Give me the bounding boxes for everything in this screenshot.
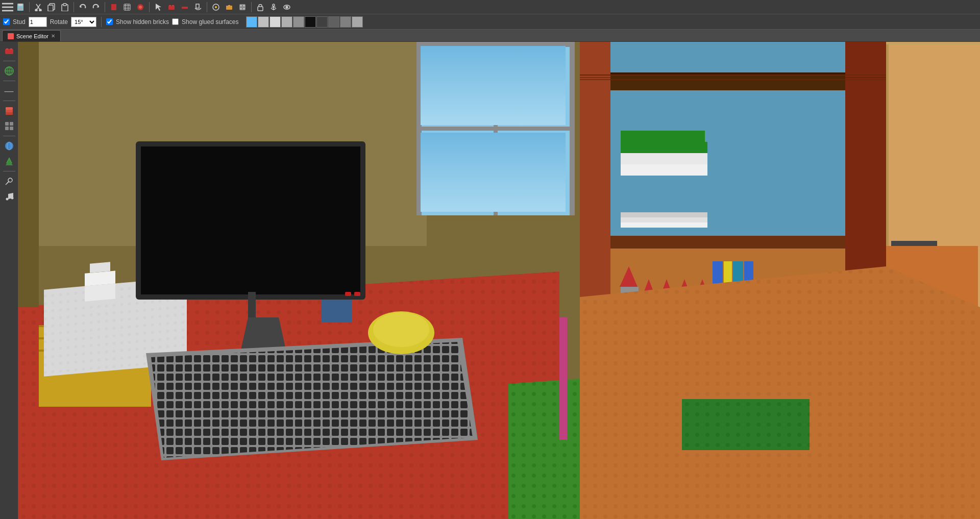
svg-rect-13 <box>63 4 66 6</box>
svg-rect-51 <box>6 107 13 110</box>
color-swatch-dark-gray[interactable] <box>293 16 304 28</box>
sidebar-sep-5 <box>3 171 15 171</box>
svg-rect-23 <box>168 6 175 10</box>
lock-button[interactable] <box>254 1 266 13</box>
hamburger-menu[interactable] <box>2 2 13 13</box>
svg-marker-167 <box>580 266 980 519</box>
color-swatches <box>246 16 363 28</box>
color-swatch-dark[interactable] <box>316 16 328 28</box>
stud-checkbox[interactable] <box>3 18 10 25</box>
svg-rect-54 <box>5 127 9 130</box>
svg-point-145 <box>373 312 429 347</box>
svg-point-35 <box>243 8 245 9</box>
scene-canvas <box>18 42 980 519</box>
menu-bar <box>0 0 980 14</box>
svg-rect-73 <box>421 46 566 125</box>
visible-button[interactable] <box>281 1 293 13</box>
svg-rect-36 <box>258 7 263 11</box>
color-swatch-light-blue[interactable] <box>246 16 257 28</box>
select-button[interactable] <box>152 1 164 13</box>
sidebar-part-grid[interactable] <box>2 119 16 133</box>
svg-rect-53 <box>10 122 13 126</box>
anchor-button[interactable] <box>267 1 280 13</box>
svg-rect-5 <box>18 8 22 10</box>
brick-tool-button[interactable] <box>165 1 178 13</box>
svg-point-64 <box>11 197 13 200</box>
color-swatch-silver[interactable] <box>352 16 363 28</box>
sidebar-sep-1 <box>3 61 15 61</box>
viewport[interactable] <box>18 42 980 519</box>
svg-rect-116 <box>18 42 39 307</box>
color-swatch-med-dark[interactable] <box>328 16 339 28</box>
svg-rect-137 <box>141 146 360 294</box>
color-swatch-light-gray[interactable] <box>258 16 269 28</box>
grid-button[interactable] <box>121 1 133 13</box>
sidebar-brick-tool[interactable] <box>2 44 16 58</box>
svg-point-61 <box>8 178 12 182</box>
show-glued-surfaces-checkbox[interactable] <box>172 18 179 25</box>
show-hidden-bricks-checkbox[interactable] <box>106 18 113 25</box>
paint-bucket-button[interactable] <box>192 1 204 13</box>
svg-rect-80 <box>610 236 845 249</box>
svg-rect-126 <box>90 262 110 273</box>
render-button[interactable] <box>134 1 146 13</box>
color-swatch-gray[interactable] <box>340 16 351 28</box>
save-button[interactable] <box>14 1 27 13</box>
show-glued-surfaces-label: Show glued surfaces <box>182 18 238 26</box>
svg-point-21 <box>139 6 142 9</box>
sidebar-sphere[interactable] <box>2 139 16 153</box>
sidebar-tools[interactable] <box>2 174 16 188</box>
parts-button[interactable] <box>236 1 249 13</box>
svg-point-8 <box>35 9 37 11</box>
copy-button[interactable] <box>45 1 58 13</box>
toolbar-sep-1 <box>101 17 102 27</box>
tab-scene-editor-icon <box>8 33 14 39</box>
svg-rect-19 <box>124 4 130 10</box>
rotate-select[interactable]: 15° <box>71 17 96 27</box>
svg-point-30 <box>228 5 230 6</box>
svg-rect-86 <box>621 164 707 176</box>
sidebar-stack[interactable] <box>2 104 16 118</box>
svg-rect-31 <box>239 4 246 10</box>
svg-rect-49 <box>6 112 13 115</box>
svg-rect-90 <box>621 223 707 228</box>
sidebar-sep-2 <box>3 81 15 81</box>
paint-button[interactable] <box>108 1 120 13</box>
color-swatch-med-gray[interactable] <box>281 16 292 28</box>
svg-point-43 <box>6 48 8 50</box>
undo-button[interactable] <box>77 1 89 13</box>
cut-button[interactable] <box>32 1 44 13</box>
tab-scene-editor-label: Scene Editor <box>16 33 48 39</box>
color-swatch-black[interactable] <box>305 16 316 28</box>
sidebar-globe[interactable] <box>2 64 16 78</box>
svg-rect-42 <box>5 49 13 54</box>
brick2-button[interactable] <box>223 1 235 13</box>
svg-line-62 <box>7 182 9 183</box>
svg-point-41 <box>286 6 288 8</box>
separator-6 <box>251 2 252 12</box>
svg-rect-87 <box>621 153 707 164</box>
svg-rect-92 <box>621 212 707 217</box>
svg-rect-169 <box>682 399 810 450</box>
tab-scene-editor-close[interactable]: ✕ <box>51 33 55 39</box>
svg-rect-50 <box>6 110 13 112</box>
sidebar-minus[interactable]: — <box>2 84 16 98</box>
svg-rect-140 <box>248 292 256 317</box>
stud-input[interactable] <box>29 17 47 27</box>
color-swatch-white-gray[interactable] <box>270 16 281 28</box>
svg-rect-0 <box>2 3 13 4</box>
svg-point-25 <box>172 5 174 6</box>
svg-point-32 <box>240 5 242 6</box>
color-picker-button[interactable] <box>210 1 222 13</box>
redo-button[interactable] <box>90 1 102 13</box>
svg-point-56 <box>5 142 13 150</box>
svg-point-63 <box>6 198 8 201</box>
svg-rect-139 <box>354 292 360 296</box>
flat-tool-button[interactable] <box>179 1 191 13</box>
svg-marker-22 <box>156 4 161 11</box>
sidebar-music[interactable] <box>2 189 16 204</box>
sidebar-environment[interactable] <box>2 154 16 168</box>
paste-button[interactable] <box>59 1 71 13</box>
tab-scene-editor[interactable]: Scene Editor ✕ <box>2 30 61 41</box>
svg-rect-11 <box>48 5 53 11</box>
